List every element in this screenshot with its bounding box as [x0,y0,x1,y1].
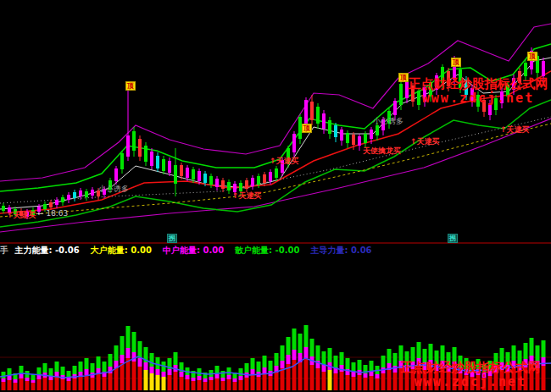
buy-signal-label: ↑天逮买 [232,192,262,200]
candlestick [352,135,355,145]
volume-bar-segment [275,373,279,390]
volume-bar-segment [156,375,160,390]
candlestick [275,168,278,178]
volume-bar-segment [198,368,202,376]
candlestick [120,153,124,169]
volume-bar-segment [304,347,309,358]
volume-bar-segment [340,352,344,365]
volume-bar-segment [31,374,36,380]
volume-bar-segment [49,380,53,390]
volume-bar-segment [530,338,534,356]
buy-signal-label: ↑天逮买 [500,126,530,134]
candlestick [55,200,58,205]
volume-bar-segment [227,375,231,379]
volume-bar-segment [364,378,368,390]
volume-bar-segment [239,380,243,390]
candlestick [239,183,242,191]
volume-bar-segment [352,372,356,377]
volume-bar-segment [346,358,350,369]
volume-bar-segment [417,342,421,358]
volume-bar-segment [2,372,6,378]
volume-bar-segment [287,337,291,355]
volume-bar-segment [209,377,214,380]
candlestick [186,168,189,178]
volume-bar-segment [269,376,273,390]
mid-badge: 拐 [448,234,458,243]
volume-bar-segment [49,368,53,376]
candlestick [2,206,5,211]
volume-bar-segment [85,358,89,369]
watermark-bottom: 正点财经炒股指标公式网 www.zdcj.net [392,361,549,389]
volume-bar-segment [203,378,208,382]
volume-bar-segment [281,345,285,361]
volume-bar-segment [512,345,516,361]
volume-bar-segment [227,379,231,390]
volume-bar-segment [180,372,184,377]
volume-bar-segment [239,376,243,380]
volume-bar-segment [358,375,362,390]
volume-bar-segment [19,374,24,378]
volume-bar-segment [97,356,101,368]
candlestick [334,125,337,137]
candlestick [364,134,367,143]
volume-bar-segment [180,377,184,390]
volume-bar-segment [37,367,42,375]
volume-bar-segment [281,368,285,390]
volume-bar-segment [227,367,231,375]
candlestick [49,202,53,207]
volume-bar-segment [103,377,107,390]
price-tag: ← 18.63 [37,210,68,218]
volume-bar-segment [103,362,107,372]
candlestick [376,125,379,135]
volume-bar-segment [132,332,136,352]
volume-bar-segment [37,375,42,379]
volume-bar-segment [132,362,136,390]
volume-bar-segment [387,349,392,363]
volume-bar-segment [168,375,172,390]
indicator-value: 中户能量: 0.00 [163,246,224,255]
volume-bar-segment [144,362,148,370]
candlestick [198,171,201,181]
volume-bar-segment [91,363,95,373]
candlestick [180,165,183,176]
volume-bar-segment [79,377,83,390]
volume-bar-segment [97,374,101,390]
volume-bar-segment [257,377,261,390]
candlestick [524,63,527,76]
volume-bar-segment [67,378,71,381]
volume-bar-segment [150,367,154,373]
candlestick-chart[interactable] [0,0,551,392]
volume-bar-segment [340,372,344,390]
volume-bar-segment [275,353,279,366]
candlestick [322,113,326,129]
candlestick [340,130,343,141]
volume-bar-segment [304,358,309,390]
volume-bar-segment [138,367,142,390]
candlestick [263,174,266,183]
volume-bar-segment [263,367,267,373]
volume-bar-segment [370,376,374,390]
candlestick [221,180,225,189]
volume-bar-segment [126,326,131,348]
watermark-site-name: 正点财经炒股指标公式网 [392,361,549,375]
watermark-url: www.zdcj.net [407,91,549,105]
volume-bar-segment [91,378,95,390]
volume-bar-segment [132,352,136,362]
volume-bar-segment [352,362,356,372]
volume-bar-segment [322,372,326,390]
candlestick [156,156,159,168]
candlestick [203,174,207,183]
volume-bar-segment [162,377,166,390]
volume-bar-segment [381,373,386,390]
volume-bar-segment [441,345,445,361]
volume-bar-segment [162,372,166,377]
volume-bar-segment [263,373,267,390]
candlestick [144,146,147,162]
volume-bar-segment [399,345,404,361]
candlestick [126,135,130,157]
candlestick [310,102,314,120]
volume-bar-segment [55,377,59,390]
volume-bar-segment [120,363,125,390]
buy-signal-label: ↑天逮买 [410,138,440,146]
indicator-value: 主力能量: -0.06 [14,246,79,255]
